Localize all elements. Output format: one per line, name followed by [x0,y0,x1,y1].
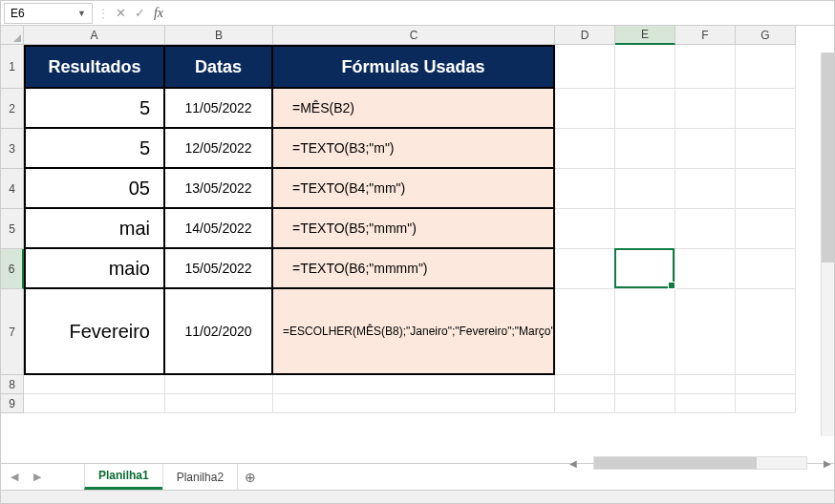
table-header-A[interactable]: Resultados [24,45,165,89]
cell-E9[interactable] [615,394,675,413]
cell-D6[interactable] [555,249,615,289]
cell-B5[interactable]: 14/05/2022 [165,209,273,249]
cell-A8[interactable] [24,375,165,394]
cell-D5[interactable] [555,209,615,249]
h-scroll-thumb[interactable] [594,457,757,469]
cell-E8[interactable] [615,375,675,394]
cell-A6[interactable]: maio [24,249,165,289]
cells-container: ResultadosDatasFórmulas Usadas511/05/202… [24,45,796,413]
cell-A2[interactable]: 5 [24,89,165,129]
select-all-corner[interactable] [1,26,24,45]
row-header-7[interactable]: 7 [1,289,24,375]
cell-F3[interactable] [675,129,736,169]
cell-C8[interactable] [273,375,555,394]
vertical-scroll-thumb[interactable] [822,52,834,262]
name-box-value: E6 [11,7,25,20]
cell-C4[interactable]: =TEXTO(B4;"mm") [273,169,555,209]
h-scroll-track[interactable] [593,456,807,470]
name-box[interactable]: E6 ▼ [4,3,93,24]
cell-F4[interactable] [675,169,736,209]
cell-E7[interactable] [615,289,675,375]
row-header-6[interactable]: 6 [1,249,24,289]
vertical-scrollbar[interactable] [821,52,834,436]
cell-E4[interactable] [615,169,675,209]
row-header-8[interactable]: 8 [1,375,24,394]
cell-D8[interactable] [555,375,615,394]
cell-A4[interactable]: 05 [24,169,165,209]
cell-F2[interactable] [675,89,736,129]
cell-D9[interactable] [555,394,615,413]
add-sheet-button[interactable]: ⊕ [238,470,263,485]
tab-nav-next[interactable]: ▶ [28,467,47,488]
column-header-D[interactable]: D [555,26,615,45]
cell-G2[interactable] [736,89,796,129]
column-header-B[interactable]: B [165,26,273,45]
cancel-formula-button[interactable]: ✕ [111,3,130,24]
row-header-4[interactable]: 4 [1,169,24,209]
scroll-left-icon[interactable]: ◀ [567,458,580,469]
spreadsheet-grid[interactable]: ABCDEFG 123456789 ResultadosDatasFórmula… [1,26,834,476]
cell-F7[interactable] [675,289,736,375]
fx-icon[interactable]: fx [149,3,168,24]
cell-F6[interactable] [675,249,736,289]
cell-B9[interactable] [165,394,273,413]
cell-G1[interactable] [736,45,796,89]
cell-A3[interactable]: 5 [24,129,165,169]
cell-D2[interactable] [555,89,615,129]
cell-G5[interactable] [736,209,796,249]
cell-A5[interactable]: mai [24,209,165,249]
cell-E3[interactable] [615,129,675,169]
cell-G7[interactable] [736,289,796,375]
cell-B8[interactable] [165,375,273,394]
cell-G8[interactable] [736,375,796,394]
column-header-C[interactable]: C [273,26,555,45]
cell-F8[interactable] [675,375,736,394]
cell-E2[interactable] [615,89,675,129]
cell-C3[interactable]: =TEXTO(B3;"m") [273,129,555,169]
column-header-F[interactable]: F [675,26,736,45]
row-header-1[interactable]: 1 [1,45,24,89]
table-header-B[interactable]: Datas [165,45,273,89]
cell-G4[interactable] [736,169,796,209]
cell-A9[interactable] [24,394,165,413]
cell-F9[interactable] [675,394,736,413]
cell-B6[interactable]: 15/05/2022 [165,249,273,289]
column-header-E[interactable]: E [615,26,675,45]
cell-C6[interactable]: =TEXTO(B6;"mmmm") [273,249,555,289]
row-header-5[interactable]: 5 [1,209,24,249]
sheet-tab-active[interactable]: Planilha1 [84,464,163,490]
cell-G3[interactable] [736,129,796,169]
cell-F5[interactable] [675,209,736,249]
cell-E1[interactable] [615,45,675,89]
cell-C7[interactable]: =ESCOLHER(MÊS(B8);"Janeiro";"Fevereiro";… [273,289,555,375]
cell-B7[interactable]: 11/02/2020 [165,289,273,375]
row-header-2[interactable]: 2 [1,89,24,129]
cell-B2[interactable]: 11/05/2022 [165,89,273,129]
cell-C5[interactable]: =TEXTO(B5;"mmm") [273,209,555,249]
cell-D7[interactable] [555,289,615,375]
cell-G9[interactable] [736,394,796,413]
cell-A7[interactable]: Fevereiro [24,289,165,375]
table-header-C[interactable]: Fórmulas Usadas [273,45,555,89]
cell-G6[interactable] [736,249,796,289]
cell-D3[interactable] [555,129,615,169]
cell-D4[interactable] [555,169,615,209]
column-header-G[interactable]: G [736,26,796,45]
cell-C2[interactable]: =MÊS(B2) [273,89,555,129]
formula-input[interactable] [168,3,834,24]
cell-E6[interactable] [615,249,675,289]
cell-B3[interactable]: 12/05/2022 [165,129,273,169]
row-header-9[interactable]: 9 [1,394,24,413]
row-header-3[interactable]: 3 [1,129,24,169]
tab-nav-prev[interactable]: ◀ [5,467,24,488]
cell-B4[interactable]: 13/05/2022 [165,169,273,209]
sheet-tab-other[interactable]: Planilha2 [162,464,238,490]
cell-C9[interactable] [273,394,555,413]
cell-D1[interactable] [555,45,615,89]
cell-F1[interactable] [675,45,736,89]
confirm-formula-button[interactable]: ✓ [130,3,149,24]
horizontal-scrollbar[interactable]: ◀ ▶ [567,450,834,476]
scroll-right-icon[interactable]: ▶ [821,458,834,469]
cell-E5[interactable] [615,209,675,249]
column-header-A[interactable]: A [24,26,165,45]
